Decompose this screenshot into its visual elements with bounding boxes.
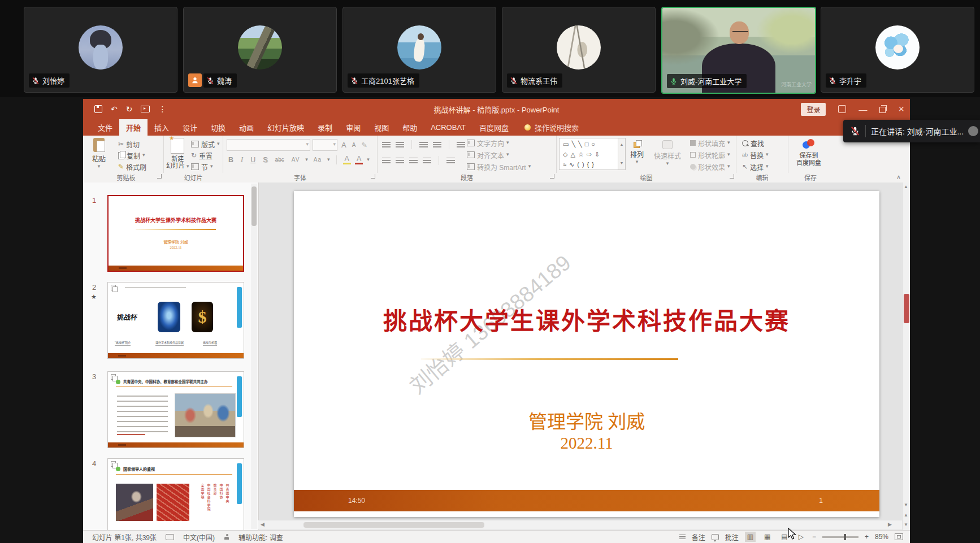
align-left-icon[interactable]	[382, 158, 391, 164]
tab-file[interactable]: 文件	[91, 119, 119, 136]
slide-thumbnail-1[interactable]: 挑战杯大学生课外学术科技作品大赛 管理学院 刘威 2022.11	[107, 195, 244, 272]
collapse-ribbon-icon[interactable]: ∧	[896, 173, 901, 181]
participant-tile[interactable]: 物流系王伟	[502, 7, 656, 93]
slide-thumbnail-2[interactable]: 挑战杯 $ “挑战杯”简介 课外学术科技作品竞赛 挑战与机遇	[107, 282, 244, 359]
shapes-gallery-scrollbar[interactable]: ▲▼	[618, 138, 625, 170]
line-spacing-icon[interactable]	[457, 142, 465, 148]
tab-baidu-pan[interactable]: 百度网盘	[472, 119, 515, 136]
tab-transitions[interactable]: 切换	[204, 119, 232, 136]
numbering-icon[interactable]	[396, 142, 404, 148]
new-slide-button[interactable]: 新建幻灯片 ▾	[166, 138, 189, 169]
change-case-button[interactable]: Aa	[312, 157, 323, 163]
toast-handle[interactable]	[968, 126, 978, 136]
vertical-scrollbar[interactable]: ▲ ▼ ▲ ▼	[902, 183, 910, 530]
bold-button[interactable]: B	[227, 156, 235, 164]
tab-animations[interactable]: 动画	[232, 119, 261, 136]
minimize-button[interactable]: —	[858, 105, 867, 114]
dialog-launcher-icon[interactable]	[730, 174, 734, 179]
participant-tile[interactable]: 工商2101张艺格	[342, 7, 496, 93]
dialog-launcher-icon[interactable]	[371, 174, 375, 179]
customize-qat-icon[interactable]: ⋮	[158, 105, 166, 113]
restore-button[interactable]	[879, 107, 886, 113]
highlight-color-button[interactable]: A	[343, 155, 351, 164]
zoom-out-button[interactable]: −	[812, 533, 816, 541]
login-button[interactable]: 登录	[801, 103, 826, 116]
slide-thumbnail-3[interactable]: 共青团中央、中国科协、教育部和全国学联共同主办	[107, 371, 244, 448]
participant-tile[interactable]: 刘怡婷	[24, 7, 177, 93]
notes-button[interactable]: 备注	[692, 532, 705, 542]
normal-view-button[interactable]: ▥	[745, 532, 756, 542]
shape-fill-button[interactable]: 形状填充▾	[690, 138, 730, 148]
quick-styles-button[interactable]: 快速样式 ▾	[654, 140, 681, 165]
fit-slide-to-window-icon[interactable]	[895, 533, 903, 540]
layout-button[interactable]: 版式▾	[191, 139, 220, 149]
grow-font-button[interactable]: A	[340, 141, 348, 149]
font-size-combo[interactable]: ▾	[313, 139, 337, 151]
align-text-button[interactable]: 对齐文本▾	[467, 150, 531, 160]
copy-button[interactable]: 复制▾	[118, 150, 146, 160]
strikethrough-button[interactable]: abc	[274, 157, 286, 163]
paste-button[interactable]: 粘贴 ▾	[92, 138, 106, 168]
tab-design[interactable]: 设计	[176, 119, 204, 136]
align-center-icon[interactable]	[396, 158, 404, 164]
shrink-font-button[interactable]: A	[350, 142, 358, 148]
dialog-launcher-icon[interactable]	[550, 174, 554, 179]
accessibility-status[interactable]: 辅助功能: 调查	[239, 532, 283, 542]
italic-button[interactable]: I	[239, 155, 245, 164]
clear-formatting-icon[interactable]: ✎	[359, 141, 368, 149]
comments-button[interactable]: 批注	[725, 532, 739, 542]
increase-indent-icon[interactable]	[433, 142, 441, 148]
columns-icon[interactable]	[446, 158, 455, 164]
font-color-button[interactable]: A	[355, 155, 363, 164]
cut-button[interactable]: ✂剪切	[118, 139, 146, 149]
dialog-launcher-icon[interactable]	[157, 174, 162, 179]
decrease-indent-icon[interactable]	[419, 142, 428, 148]
slide-thumbnail-4[interactable]: 国家领导人的重视 共青团中央 中国科协 教育部 中国社会科学院 全国学联	[107, 458, 244, 530]
align-right-icon[interactable]	[409, 158, 418, 164]
redo-icon[interactable]: ↻	[126, 105, 133, 113]
tell-me-search[interactable]: 操作说明搜索	[524, 119, 579, 136]
zoom-level[interactable]: 85%	[875, 533, 888, 541]
character-spacing-button[interactable]: AV	[290, 157, 302, 163]
tab-insert[interactable]: 插入	[148, 119, 176, 136]
participant-tile[interactable]: 魏涛	[183, 7, 337, 93]
shape-effects-button[interactable]: 形状效果▾	[690, 162, 730, 172]
start-slideshow-icon[interactable]	[141, 106, 150, 112]
save-icon[interactable]	[94, 105, 102, 113]
participant-tile[interactable]: 李升宇	[821, 7, 974, 93]
ribbon-display-options-icon[interactable]	[838, 105, 846, 113]
proofing-icon[interactable]	[166, 534, 174, 540]
smartart-button[interactable]: 转换为 SmartArt▾	[467, 162, 531, 172]
reset-button[interactable]: ↻重置	[191, 150, 220, 160]
font-name-combo[interactable]: ▾	[227, 139, 310, 151]
tab-acrobat[interactable]: ACROBAT	[424, 119, 472, 136]
format-painter-button[interactable]: ✎格式刷	[118, 162, 146, 172]
bullets-icon[interactable]	[382, 142, 391, 148]
close-button[interactable]: ×	[898, 104, 904, 114]
justify-icon[interactable]	[423, 158, 431, 164]
slide-counter[interactable]: 幻灯片 第1张, 共39张	[92, 532, 157, 542]
replace-button[interactable]: ab替换▾	[742, 150, 769, 160]
scrollbar-thumb[interactable]	[904, 294, 909, 323]
text-shadow-button[interactable]: S	[261, 156, 269, 164]
undo-icon[interactable]: ↶	[111, 105, 118, 113]
section-button[interactable]: 节▾	[191, 162, 220, 172]
horizontal-scrollbar[interactable]: ◀ ▶	[258, 520, 902, 529]
zoom-slider[interactable]	[822, 536, 858, 538]
underline-button[interactable]: U	[249, 156, 257, 164]
select-button[interactable]: ↖选择▾	[742, 162, 769, 172]
arrange-button[interactable]: 排列 ▾	[630, 140, 644, 163]
thumbnail-scrollbar[interactable]	[251, 184, 257, 529]
zoom-in-button[interactable]: +	[865, 533, 869, 541]
save-to-baidu-pan-button[interactable]: 保存到百度网盘	[796, 138, 821, 166]
tab-view[interactable]: 视图	[367, 119, 396, 136]
shapes-gallery[interactable]: ▭╲╲□○ ◇△☆⇨⇩ ≈∿(){} ▲▼	[559, 138, 626, 170]
text-direction-button[interactable]: 文字方向▾	[467, 138, 531, 148]
slide-sorter-view-button[interactable]: ▦	[762, 532, 773, 542]
slide-canvas[interactable]: 刘怡婷 13603884189 挑战杯大学生课外学术科技作品大赛 管理学院 刘威…	[294, 191, 879, 517]
tab-record[interactable]: 录制	[311, 119, 339, 136]
tab-help[interactable]: 帮助	[396, 119, 424, 136]
participant-tile-speaking[interactable]: 河南工业大学 刘威-河南工业大学	[661, 7, 816, 94]
tab-home[interactable]: 开始	[119, 119, 148, 136]
tab-slideshow[interactable]: 幻灯片放映	[261, 119, 311, 136]
